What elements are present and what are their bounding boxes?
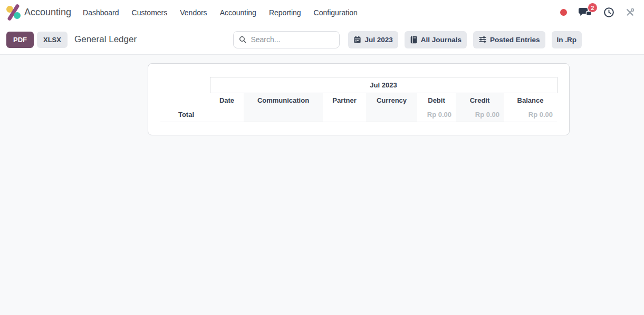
- column-header-communication: Communication: [244, 93, 323, 108]
- empty-cell: [366, 108, 417, 122]
- column-header-row: Date Communication Partner Currency Debi…: [160, 93, 557, 108]
- tools-icon[interactable]: [626, 8, 635, 17]
- total-row-label: Total: [160, 108, 210, 122]
- total-row: Total Rp 0.00 Rp 0.00 Rp 0.00: [160, 108, 557, 122]
- column-header-partner: Partner: [323, 93, 366, 108]
- top-navbar: Accounting Dashboard Customers Vendors A…: [0, 0, 644, 25]
- column-header-currency: Currency: [366, 93, 417, 108]
- systray: 2: [560, 7, 639, 18]
- logo-teal-dot: [14, 12, 21, 19]
- search-box[interactable]: [233, 31, 340, 48]
- app-logo-icon[interactable]: [6, 5, 21, 19]
- menu-item-reporting[interactable]: Reporting: [268, 6, 302, 19]
- search-icon: [239, 35, 246, 44]
- currency-filter-label: In .Rp: [557, 36, 577, 44]
- main-menu: Dashboard Customers Vendors Accounting R…: [82, 6, 359, 19]
- column-header-debit: Debit: [417, 93, 456, 108]
- posted-entries-filter-label: Posted Entries: [490, 36, 540, 44]
- general-ledger-report-card: Jul 2023 Date Communication Partner Curr…: [148, 63, 570, 135]
- journal-book-icon: [410, 36, 418, 44]
- calendar-icon: [353, 35, 361, 44]
- total-debit-value: Rp 0.00: [417, 108, 456, 122]
- period-header-cell: Jul 2023: [210, 77, 557, 93]
- empty-cell: [244, 108, 323, 122]
- total-credit-value: Rp 0.00: [456, 108, 504, 122]
- ledger-table: Jul 2023 Date Communication Partner Curr…: [160, 77, 558, 122]
- sliders-icon: [478, 35, 487, 44]
- messages-count-badge: 2: [588, 3, 597, 12]
- export-xlsx-button[interactable]: XLSX: [37, 32, 68, 48]
- total-balance-value: Rp 0.00: [504, 108, 557, 122]
- content-area: Jul 2023 Date Communication Partner Curr…: [0, 55, 644, 315]
- empty-cell: [160, 77, 210, 93]
- recording-dot-icon[interactable]: [560, 9, 567, 16]
- menu-item-accounting[interactable]: Accounting: [219, 6, 257, 19]
- journals-filter-button[interactable]: All Journals: [405, 31, 467, 48]
- empty-cell: [160, 93, 210, 108]
- posted-entries-filter-button[interactable]: Posted Entries: [473, 31, 545, 48]
- menu-item-dashboard[interactable]: Dashboard: [82, 6, 120, 19]
- app-name[interactable]: Accounting: [24, 7, 71, 18]
- messages-icon[interactable]: 2: [578, 7, 592, 18]
- column-header-credit: Credit: [456, 93, 504, 108]
- date-filter-label: Jul 2023: [364, 36, 392, 44]
- menu-item-configuration[interactable]: Configuration: [313, 6, 359, 19]
- date-filter-button[interactable]: Jul 2023: [348, 31, 398, 48]
- filter-buttons: Jul 2023 All Journals: [348, 31, 582, 48]
- control-panel: PDF XLSX General Ledger Jul 2023: [0, 25, 644, 55]
- period-header-row: Jul 2023: [160, 77, 557, 93]
- export-pdf-button[interactable]: PDF: [6, 32, 34, 48]
- search-input[interactable]: [251, 35, 334, 44]
- empty-cell: [323, 108, 366, 122]
- activities-clock-icon[interactable]: [603, 7, 614, 18]
- journals-filter-label: All Journals: [421, 36, 462, 44]
- currency-filter-button[interactable]: In .Rp: [552, 31, 582, 48]
- empty-cell: [210, 108, 244, 122]
- menu-item-customers[interactable]: Customers: [131, 6, 169, 19]
- menu-item-vendors[interactable]: Vendors: [179, 6, 208, 19]
- column-header-date: Date: [210, 93, 244, 108]
- column-header-balance: Balance: [504, 93, 557, 108]
- page-title: General Ledger: [74, 34, 137, 45]
